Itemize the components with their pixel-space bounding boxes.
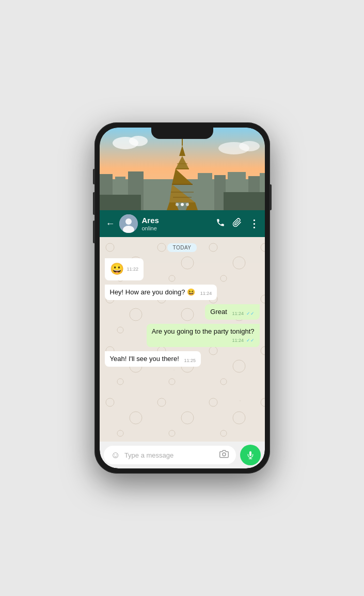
message-time: 11:22 (127, 266, 139, 273)
message-row: Great 11:24 ✓✓ (105, 304, 260, 320)
mic-icon (246, 451, 255, 459)
avatar-icon (119, 214, 138, 233)
chat-body: TODAY 😀 11:22 Hey! How are you doing? 😆 … (100, 237, 265, 442)
contact-info[interactable]: Ares online (142, 216, 212, 231)
silent-button (93, 221, 94, 243)
power-button (270, 184, 272, 210)
svg-rect-26 (100, 195, 141, 210)
date-badge: TODAY (167, 243, 196, 252)
notch (151, 128, 213, 139)
message-time: 11:24 (200, 291, 212, 296)
message-row: Hey! How are you doing? 😆 11:24 (105, 285, 260, 300)
phone-screen: ← Ares online (100, 128, 265, 468)
emoji-content: 😀 (110, 261, 124, 277)
contact-avatar[interactable] (119, 214, 138, 233)
svg-rect-9 (198, 173, 212, 210)
message-row: Are you going to the party tonight? 11:2… (105, 324, 260, 347)
header-icons: ⋮ (216, 217, 259, 230)
svg-point-29 (125, 218, 132, 225)
message-bubble: Yeah! I'll see you there! 11:25 (105, 351, 201, 367)
message-text: Great (210, 308, 227, 316)
message-text: Hey! How are you doing? 😆 (110, 288, 196, 296)
more-options-icon[interactable]: ⋮ (249, 217, 259, 230)
hero-image (100, 128, 265, 210)
paris-skyline-illustration (100, 128, 265, 210)
message-time: 11:24 ✓✓ (232, 311, 254, 316)
dot-1 (176, 203, 179, 206)
back-button[interactable]: ← (106, 218, 115, 229)
message-text: Yeah! I'll see you there! (110, 355, 179, 363)
contact-name: Ares (142, 216, 212, 225)
message-bubble: Are you going to the party tonight? 11:2… (147, 324, 260, 347)
svg-point-4 (239, 141, 260, 151)
camera-icon[interactable] (219, 449, 229, 461)
message-row: 😀 11:22 (105, 258, 260, 280)
input-bar: ☺ Type a message (100, 442, 265, 468)
emoji-picker-icon[interactable]: ☺ (111, 450, 120, 461)
svg-point-2 (129, 136, 148, 146)
message-text: Are you going to the party tonight? (152, 327, 255, 335)
volume-down-button (93, 192, 94, 215)
message-time: 11:24 ✓✓ (232, 337, 254, 344)
message-input-field[interactable]: ☺ Type a message (104, 446, 236, 464)
phone-icon[interactable] (216, 218, 225, 229)
volume-up-button (93, 169, 94, 184)
message-bubble: 😀 11:22 (105, 258, 144, 280)
message-input[interactable]: Type a message (124, 451, 215, 459)
dot-3 (186, 203, 189, 206)
message-time: 11:25 (184, 358, 196, 363)
mic-button[interactable] (240, 445, 261, 465)
dot-2 (181, 203, 184, 206)
phone-frame: ← Ares online (94, 122, 270, 474)
chat-header: ← Ares online (100, 210, 265, 237)
svg-point-31 (223, 453, 226, 456)
message-bubble: Hey! How are you doing? 😆 11:24 (105, 285, 217, 300)
screen-content: ← Ares online (100, 128, 265, 468)
svg-rect-27 (224, 192, 265, 210)
message-bubble: Great 11:24 ✓✓ (205, 304, 259, 320)
contact-status: online (142, 225, 212, 231)
image-dots-indicator (176, 203, 189, 206)
message-row: Yeah! I'll see you there! 11:25 (105, 351, 260, 367)
read-tick: ✓✓ (246, 338, 255, 343)
read-tick: ✓✓ (246, 311, 255, 316)
attachment-icon[interactable] (232, 218, 242, 229)
